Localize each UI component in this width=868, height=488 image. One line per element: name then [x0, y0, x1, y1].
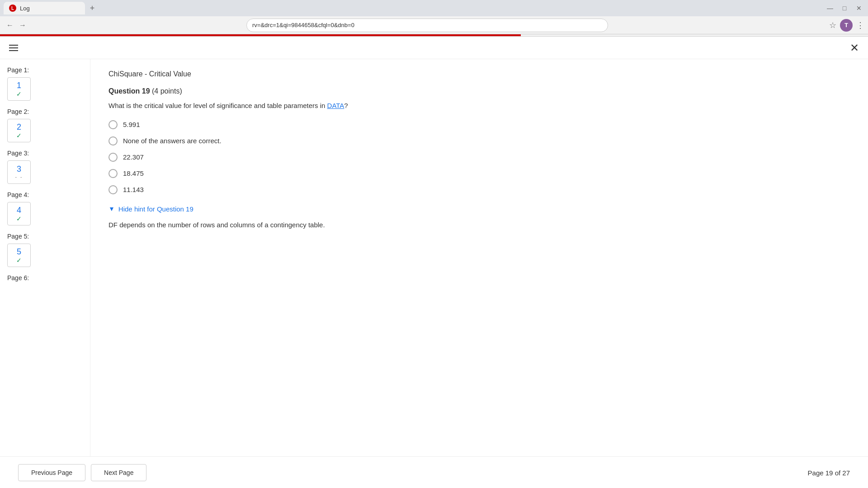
- sidebar: Page 1: 1 ✓ Page 2: 2 ✓ Page 3: 3 - -: [0, 59, 90, 456]
- back-button[interactable]: ←: [4, 19, 16, 32]
- radio-11143[interactable]: [108, 185, 118, 194]
- sidebar-page-5-num: 5: [17, 247, 21, 257]
- option-11143-label: 11.143: [123, 186, 144, 193]
- option-22307[interactable]: 22.307: [108, 153, 850, 162]
- sidebar-page-6-group: Page 6:: [7, 274, 83, 282]
- option-11143[interactable]: 11.143: [108, 185, 850, 194]
- sidebar-page-4-group: Page 4: 4 ✓: [7, 191, 83, 225]
- answer-options: 5.991 None of the answers are correct. 2…: [108, 120, 850, 194]
- minimize-button[interactable]: —: [825, 3, 835, 14]
- sidebar-page-5-box[interactable]: 5 ✓: [7, 244, 31, 267]
- option-18475[interactable]: 18.475: [108, 169, 850, 178]
- hint-toggle[interactable]: ▼ Hide hint for Question 19: [108, 205, 850, 213]
- browser-menu-button[interactable]: ⋮: [856, 20, 864, 30]
- top-bar-left: [9, 45, 18, 51]
- sidebar-page-1-status: ✓: [16, 90, 22, 98]
- radio-5991[interactable]: [108, 120, 118, 129]
- sidebar-page-1-label: Page 1:: [7, 66, 83, 74]
- page-indicator: Page 19 of 27: [808, 469, 850, 477]
- dialog-close-button[interactable]: ✕: [850, 42, 859, 53]
- main-layout: Page 1: 1 ✓ Page 2: 2 ✓ Page 3: 3 - -: [0, 59, 868, 456]
- new-tab-button[interactable]: +: [86, 2, 99, 14]
- radio-none[interactable]: [108, 136, 118, 145]
- data-link[interactable]: DATA: [327, 102, 344, 109]
- sidebar-page-1-box[interactable]: 1 ✓: [7, 77, 31, 101]
- sidebar-page-1-group: Page 1: 1 ✓: [7, 66, 83, 101]
- option-5991[interactable]: 5.991: [108, 120, 850, 129]
- tab-favicon: L: [9, 5, 16, 12]
- radio-22307[interactable]: [108, 153, 118, 162]
- sidebar-page-1-num: 1: [17, 81, 21, 90]
- bottom-navigation: Previous Page Next Page Page 19 of 27: [0, 456, 868, 488]
- question-number: Question 19: [108, 87, 150, 95]
- address-bar-actions: ☆ T ⋮: [829, 19, 864, 32]
- window-controls: — □ ✕: [825, 3, 864, 14]
- sidebar-page-4-label: Page 4:: [7, 191, 83, 198]
- sidebar-page-2-status: ✓: [16, 132, 22, 139]
- sidebar-page-3-label: Page 3:: [7, 150, 83, 157]
- browser-tab[interactable]: L Log: [4, 2, 85, 14]
- option-22307-label: 22.307: [123, 153, 144, 161]
- next-page-button[interactable]: Next Page: [91, 464, 146, 481]
- address-bar-row: ← → rv=&drc=1&qi=9844658&cfql=0&dnb=0 ☆ …: [0, 16, 868, 34]
- sidebar-page-6-label: Page 6:: [7, 274, 83, 282]
- close-window-button[interactable]: ✕: [854, 3, 864, 14]
- sidebar-page-5-group: Page 5: 5 ✓: [7, 233, 83, 267]
- address-bar[interactable]: rv=&drc=1&qi=9844658&cfql=0&dnb=0: [246, 19, 608, 32]
- sidebar-page-4-box[interactable]: 4 ✓: [7, 202, 31, 225]
- tab-label: Log: [20, 5, 30, 12]
- sidebar-page-3-status: - -: [15, 174, 23, 180]
- option-none[interactable]: None of the answers are correct.: [108, 136, 850, 145]
- radio-18475[interactable]: [108, 169, 118, 178]
- red-accent-line: [0, 34, 868, 36]
- forward-button[interactable]: →: [16, 19, 29, 32]
- hint-text: DF depends on the number of rows and col…: [108, 220, 850, 230]
- browser-chrome: L Log + — □ ✕ ← → rv=&drc=1&qi=9844658&c…: [0, 0, 868, 37]
- page-content: ✕ Page 1: 1 ✓ Page 2: 2 ✓ Page 3:: [0, 37, 868, 488]
- question-points: (4 points): [152, 87, 182, 95]
- sidebar-page-2-group: Page 2: 2 ✓: [7, 108, 83, 142]
- content-area: ChiSquare - Critical Value Question 19 (…: [90, 59, 868, 456]
- option-5991-label: 5.991: [123, 121, 140, 128]
- quiz-title: ChiSquare - Critical Value: [108, 70, 850, 78]
- sidebar-page-2-box[interactable]: 2 ✓: [7, 119, 31, 142]
- tab-bar: L Log + — □ ✕: [0, 0, 868, 16]
- restore-button[interactable]: □: [839, 3, 850, 14]
- sidebar-page-4-num: 4: [17, 206, 21, 215]
- star-icon[interactable]: ☆: [829, 20, 836, 30]
- option-none-label: None of the answers are correct.: [123, 137, 222, 145]
- option-18475-label: 18.475: [123, 169, 144, 177]
- profile-avatar[interactable]: T: [840, 19, 853, 32]
- top-bar: ✕: [0, 37, 868, 59]
- previous-page-button[interactable]: Previous Page: [18, 464, 85, 481]
- sidebar-page-4-status: ✓: [16, 215, 22, 222]
- hint-toggle-label: Hide hint for Question 19: [118, 205, 193, 213]
- address-text: rv=&drc=1&qi=9844658&cfql=0&dnb=0: [252, 22, 354, 28]
- sidebar-page-5-label: Page 5:: [7, 233, 83, 240]
- sidebar-page-3-group: Page 3: 3 - -: [7, 150, 83, 184]
- hint-arrow-icon: ▼: [108, 205, 115, 212]
- sidebar-page-3-num: 3: [17, 164, 21, 174]
- sidebar-page-2-num: 2: [17, 122, 21, 132]
- hamburger-menu[interactable]: [9, 45, 18, 51]
- sidebar-page-3-box[interactable]: 3 - -: [7, 160, 31, 184]
- question-text-content: What is the critical value for level of …: [108, 102, 325, 109]
- sidebar-page-5-status: ✓: [16, 257, 22, 264]
- sidebar-page-2-label: Page 2:: [7, 108, 83, 115]
- question-text: What is the critical value for level of …: [108, 101, 850, 111]
- question-header: Question 19 (4 points): [108, 87, 850, 95]
